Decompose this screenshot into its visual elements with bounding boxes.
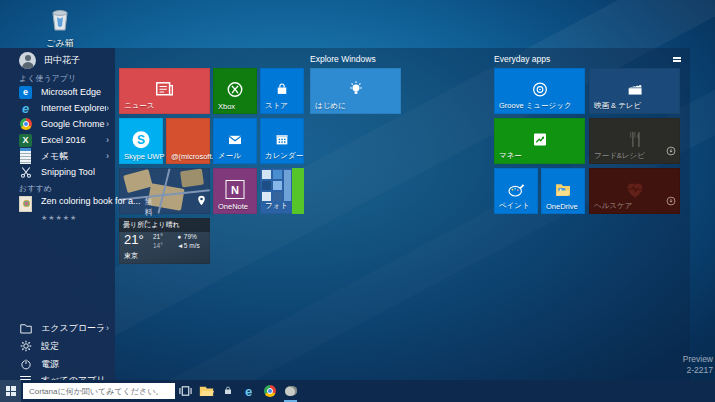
mail-icon: [226, 131, 244, 149]
weather-city: 東京: [124, 251, 138, 261]
chrome-taskbar-icon[interactable]: [259, 380, 280, 402]
onenote-icon: N: [226, 180, 245, 199]
weather-wind: 5 m/s: [184, 242, 200, 249]
xbox-icon: [226, 80, 245, 99]
lightbulb-icon: [346, 80, 365, 99]
skype-icon: S: [133, 131, 150, 148]
heart-pulse-icon: [624, 179, 646, 199]
recycle-bin-icon: [48, 6, 72, 36]
sidebar-item-edge[interactable]: e Microsoft Edge: [0, 84, 115, 100]
weather-high: 21°: [153, 233, 163, 240]
tile-onedrive[interactable]: OneDrive: [541, 168, 585, 214]
sidebar-item-settings[interactable]: 設定: [0, 338, 115, 354]
edge-icon: e: [19, 86, 32, 99]
file-explorer-taskbar-icon[interactable]: [196, 380, 217, 402]
tile-groove-music[interactable]: Groove ミュージック: [494, 68, 585, 114]
humidity-icon: ●: [177, 232, 182, 241]
user-account[interactable]: 田中花子: [19, 52, 80, 69]
sidebar-item-chrome[interactable]: Google Chrome ›: [0, 116, 115, 132]
tile-microsoft-account[interactable]: @(microsoft...: [166, 118, 210, 164]
sidebar-item-snipping-tool[interactable]: Snipping Tool: [0, 164, 115, 180]
tile-onenote[interactable]: N OneNote: [213, 168, 257, 214]
money-chart-icon: [531, 131, 549, 149]
tile-xbox[interactable]: Xbox: [213, 68, 257, 114]
tile-calendar[interactable]: カレンダー: [260, 118, 304, 164]
tile-weather[interactable]: 曇り所により晴れ 21° 21° 14° ● 79% ◄ 5 m/s 東京: [119, 218, 210, 264]
search-placeholder: Cortanaに何か聞いてみてください。: [29, 386, 163, 397]
tile-store[interactable]: ストア: [260, 68, 304, 114]
news-icon: [154, 78, 176, 100]
weather-temperature: 21°: [124, 232, 144, 247]
insider-watermark: Preview 2-2217: [683, 354, 713, 376]
rating-stars: ★★★★★: [41, 214, 77, 221]
map-pin-icon: [197, 192, 206, 210]
taskbar: Cortanaに何か聞いてみてください。 e: [0, 380, 715, 402]
group-header-everyday-apps[interactable]: Everyday apps: [494, 54, 681, 64]
user-name: 田中花子: [44, 54, 80, 67]
settings-icon: [19, 340, 32, 353]
tile-health-fitness[interactable]: ヘルスケア: [589, 168, 680, 214]
tile-paint[interactable]: ペイント: [494, 168, 538, 214]
suggested-header: おすすめ: [19, 183, 52, 194]
suggested-app-icon: [19, 197, 32, 210]
suggested-app-label: Zen coloring book for a...: [41, 196, 141, 206]
tile-food-recipes[interactable]: フード&レシピ: [589, 118, 680, 164]
tile-mail[interactable]: メール: [213, 118, 257, 164]
start-sidebar: 田中花子 よく使うアプリ e Microsoft Edge e Internet…: [0, 48, 115, 380]
snipping-tool-icon: [19, 166, 32, 179]
groove-music-icon: [530, 80, 549, 99]
sidebar-item-internet-explorer[interactable]: e Internet Explorer ›: [0, 100, 115, 116]
task-view-button[interactable]: [175, 380, 196, 402]
ie-icon: e: [19, 102, 32, 115]
power-icon: [19, 358, 32, 371]
calendar-icon: [274, 132, 290, 148]
tile-photos[interactable]: フォト: [260, 168, 304, 214]
sidebar-item-file-explorer[interactable]: エクスプローラー ›: [0, 320, 115, 336]
cortana-search-input[interactable]: Cortanaに何か聞いてみてください。: [23, 383, 175, 399]
sidebar-item-excel[interactable]: X Excel 2016 ›: [0, 132, 115, 148]
group-options-icon[interactable]: [673, 54, 681, 62]
weather-humidity: 79%: [184, 233, 197, 240]
sidebar-item-notepad[interactable]: メモ帳 ›: [0, 148, 115, 164]
frequent-apps-header: よく使うアプリ: [19, 73, 76, 84]
onedrive-folder-icon: [554, 181, 573, 198]
paint-palette-icon: [507, 181, 526, 198]
download-pending-icon: [666, 192, 676, 210]
excel-icon: X: [19, 134, 32, 147]
wind-icon: ◄: [177, 241, 182, 250]
sidebar-item-power[interactable]: 電源: [0, 356, 115, 372]
tile-skype[interactable]: S Skype UWP Pr...: [119, 118, 163, 164]
tile-movies-tv[interactable]: 映画 & テレビ: [589, 68, 680, 114]
windows-logo-icon: [6, 386, 16, 396]
tile-money[interactable]: マネー: [494, 118, 585, 164]
recycle-bin-shortcut[interactable]: ごみ箱: [38, 6, 82, 50]
start-button[interactable]: [0, 380, 21, 402]
movies-tv-icon: [625, 80, 644, 99]
download-pending-icon: [666, 142, 676, 160]
store-icon: [274, 81, 291, 98]
fork-knife-icon: [626, 129, 643, 149]
weather-low: 14°: [153, 242, 163, 249]
tile-news[interactable]: ニュース: [119, 68, 210, 114]
notepad-icon: [19, 150, 32, 163]
suggested-app[interactable]: Zen coloring book for a... ★★★★★ 無料*: [0, 194, 115, 218]
file-explorer-icon: [19, 322, 32, 335]
photos-live-tile-green: [292, 168, 304, 214]
group-header-explore-windows[interactable]: Explore Windows: [310, 54, 376, 64]
running-app-icon[interactable]: [280, 380, 301, 402]
desktop: ごみ箱 Preview 2-2217 田中花子 よく使うアプリ e Micros…: [0, 0, 715, 402]
price-badge: 無料*: [145, 196, 153, 227]
edge-taskbar-icon[interactable]: e: [238, 380, 259, 402]
chrome-icon: [19, 118, 32, 131]
user-avatar: [19, 52, 36, 69]
store-taskbar-icon[interactable]: [217, 380, 238, 402]
tile-get-started[interactable]: はじめに: [310, 68, 401, 114]
